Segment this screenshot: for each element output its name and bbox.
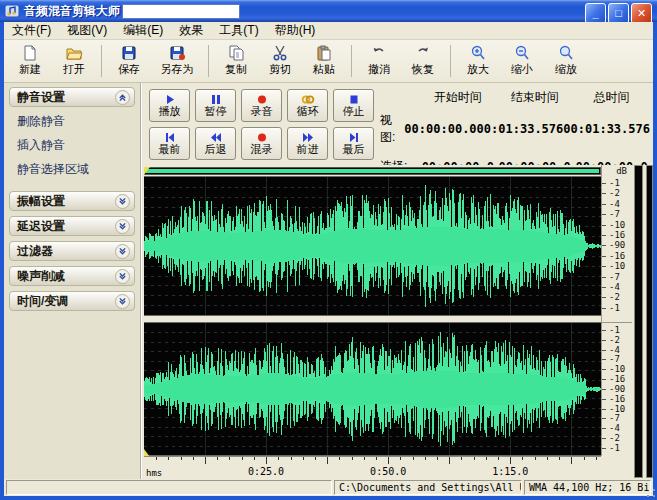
panel-time-pitch-header[interactable]: 时间/变调 [9, 291, 135, 311]
view-start-time: 00:00:00.0 [404, 122, 476, 136]
mix-record-label: 混录 [251, 143, 273, 155]
window-border-bottom [0, 496, 657, 500]
play-button[interactable]: 播放 [149, 89, 190, 122]
zoom-in-button[interactable]: 放大 [456, 42, 500, 80]
panel-time-pitch: 时间/变调 [9, 291, 135, 311]
fast-forward-icon [301, 132, 315, 143]
waveform-area[interactable]: hms 0:25.00:50.01:15.0 dB -1-2-4-7-10-16… [144, 165, 653, 478]
status-bar: C:\Documents and Settings\All Users\Docu… [4, 479, 653, 496]
toolbar-separator [208, 45, 209, 77]
cut-button[interactable]: 剪切 [258, 42, 302, 80]
selection-start-marker[interactable] [144, 167, 150, 175]
sidebar-item-silence-selection[interactable]: 静音选择区域 [17, 161, 133, 178]
close-button[interactable]: ✕ [631, 3, 652, 24]
status-file-path: C:\Documents and Settings\All Users\Docu… [334, 480, 522, 495]
copy-button[interactable]: 复制 [214, 42, 258, 80]
paste-button[interactable]: 粘贴 [302, 42, 346, 80]
resize-grip[interactable] [645, 487, 657, 499]
panel-delay-header[interactable]: 延迟设置 [9, 216, 135, 236]
panel-amplitude-header[interactable]: 振幅设置 [9, 191, 135, 211]
zoom-in-icon [469, 45, 487, 61]
ruler-time-label: 1:15.0 [492, 466, 528, 477]
db-tick: -4 [602, 424, 632, 433]
panel-silence-header[interactable]: 静音设置 [9, 87, 135, 107]
go-to-start-label: 最前 [159, 143, 181, 155]
panel-filter-header[interactable]: 过滤器 [9, 241, 135, 261]
minimize-button[interactable]: _ [585, 3, 606, 24]
redo-button[interactable]: 恢复 [401, 42, 445, 80]
rewind-button[interactable]: 后退 [195, 127, 236, 160]
waveform-channel-left[interactable] [144, 176, 601, 316]
record-button[interactable]: 录音 [241, 89, 282, 122]
chevron-up-icon[interactable] [115, 90, 130, 105]
end-time-header: 结束时间 [496, 89, 573, 106]
menu-file[interactable]: 文件(F) [4, 21, 59, 40]
menu-effects[interactable]: 效果 [171, 21, 211, 40]
new-button[interactable]: 新建 [8, 42, 52, 80]
waveform-channel-right[interactable] [144, 322, 601, 456]
redo-label: 恢复 [412, 62, 434, 77]
stop-button[interactable]: 停止 [333, 89, 374, 122]
app-window: 音频混音剪辑大师 _ □ ✕ 文件(F) 视图(V) 编辑(E) 效果 工具(T… [0, 0, 657, 500]
db-scale-left-channel: -1-2-4-7-10-16-90-16-10-7-4-2-1 [602, 176, 632, 316]
transport-controls: 播放 暂停 录音 循环 [149, 89, 377, 165]
db-tick: -10 [602, 365, 632, 374]
save-icon [120, 45, 138, 61]
db-tick: -7 [602, 355, 632, 364]
save-as-label: 另存为 [161, 62, 194, 77]
panel-noise-reduction-header[interactable]: 噪声削减 [9, 266, 135, 286]
toolbar-separator [351, 45, 352, 77]
start-time-header: 开始时间 [419, 89, 496, 106]
overview-fill [146, 169, 599, 173]
go-to-end-button[interactable]: 最后 [333, 127, 374, 160]
db-tick: -10 [602, 262, 632, 271]
db-tick: -4 [602, 346, 632, 355]
forward-button[interactable]: 前进 [287, 127, 328, 160]
db-tick: -2 [602, 189, 632, 198]
open-button[interactable]: 打开 [52, 42, 96, 80]
time-ruler[interactable]: hms 0:25.00:50.01:15.0 [144, 456, 601, 478]
chevron-down-icon[interactable] [115, 294, 130, 309]
zoom-in-label: 放大 [467, 62, 489, 77]
db-unit-label: dB [616, 166, 627, 176]
stop-icon [347, 94, 361, 105]
save-button[interactable]: 保存 [107, 42, 151, 80]
mix-record-button[interactable]: 混录 [241, 127, 282, 160]
panel-title: 延迟设置 [17, 218, 115, 235]
chevron-down-icon[interactable] [115, 244, 130, 259]
zoom-icon [557, 45, 575, 61]
zoom-out-icon [513, 45, 531, 61]
zoom-out-button[interactable]: 缩小 [500, 42, 544, 80]
menu-edit[interactable]: 编辑(E) [115, 21, 171, 40]
chevron-down-icon[interactable] [115, 219, 130, 234]
menu-view[interactable]: 视图(V) [59, 21, 115, 40]
save-as-button[interactable]: 另存为 [151, 42, 203, 80]
go-to-start-button[interactable]: 最前 [149, 127, 190, 160]
toolbar-separator [450, 45, 451, 77]
new-label: 新建 [19, 62, 41, 77]
skip-start-icon [163, 132, 177, 143]
loop-button[interactable]: 循环 [287, 89, 328, 122]
pause-button[interactable]: 暂停 [195, 89, 236, 122]
zoom-out-label: 缩小 [511, 62, 533, 77]
db-tick: -4 [602, 200, 632, 209]
maximize-button[interactable]: □ [608, 3, 629, 24]
mix-record-icon [255, 132, 269, 143]
stop-label: 停止 [343, 105, 365, 117]
zoom-button[interactable]: 缩放 [544, 42, 588, 80]
loop-icon [301, 94, 315, 105]
sidebar-item-delete-silence[interactable]: 删除静音 [17, 113, 133, 130]
panel-filter: 过滤器 [9, 241, 135, 261]
db-tick: -7 [602, 414, 632, 423]
chevron-down-icon[interactable] [115, 269, 130, 284]
menu-tools[interactable]: 工具(T) [211, 21, 266, 40]
title-bar: 音频混音剪辑大师 _ □ ✕ [0, 0, 657, 22]
overview-bar[interactable] [144, 167, 601, 175]
title-highlight [122, 4, 240, 19]
sidebar-item-insert-silence[interactable]: 插入静音 [17, 137, 133, 154]
chevron-down-icon[interactable] [115, 194, 130, 209]
scissors-icon [271, 45, 289, 61]
menu-help[interactable]: 帮助(H) [267, 21, 324, 40]
undo-button[interactable]: 撤消 [357, 42, 401, 80]
save-label: 保存 [118, 62, 140, 77]
